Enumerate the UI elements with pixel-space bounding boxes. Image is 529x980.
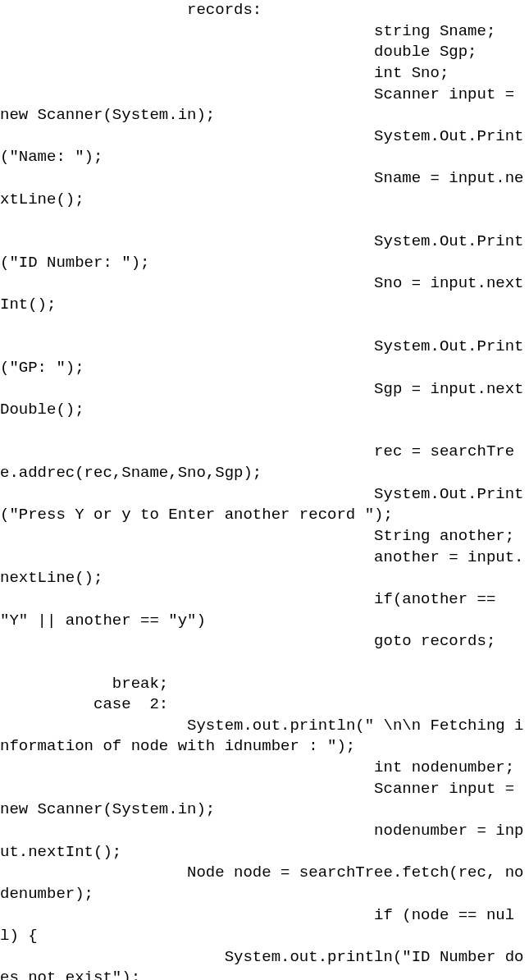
- code-block: records: string Sname; double Sgp; int S…: [0, 0, 529, 980]
